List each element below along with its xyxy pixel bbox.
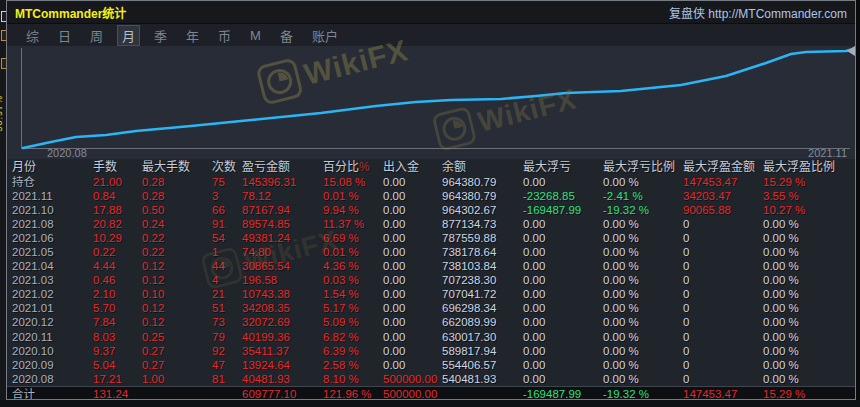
table-cell: 0.00 [523,330,603,344]
table-cell: 9.94 % [323,203,383,217]
table-row[interactable]: 2020.109.370.279235411.376.39 %0.0058981… [7,344,855,358]
column-header[interactable]: 最大浮盈比例 [763,159,855,175]
table-row[interactable]: 2021.0610.290.225449381.246.69 %0.007875… [7,231,855,245]
table-cell: 0.25 [142,330,212,344]
table-cell: 8.03 [93,330,142,344]
x-axis-label-end: 2021.11 [808,147,847,159]
table-cell: 15.08 % [323,175,383,189]
menu-item-note[interactable]: 备 [275,25,298,46]
table-cell: 0.22 [142,245,212,259]
table-cell: 持仓 [12,175,93,189]
table-cell: 91 [212,217,242,231]
x-axis-label-start: 2020.08 [47,147,87,159]
table-cell: -19.32 % [603,203,683,217]
table-row[interactable]: 2020.0817.211.008140481.938.10 %500000.0… [7,372,855,386]
table-cell: 90065.88 [683,203,763,217]
table-cell: 0.00 [383,259,442,273]
table-cell: 0.27 [142,344,212,358]
table-row[interactable]: 2020.095.040.274713924.642.58 %0.0055440… [7,358,855,372]
column-header[interactable]: 百分比% [323,159,383,175]
menu-item-day[interactable]: 日 [53,25,76,46]
table-cell: 79 [212,330,242,344]
table-cell: 0.00 [523,372,603,386]
table-cell: 0.00 % [763,301,855,315]
table-cell: 30865.54 [242,259,323,273]
column-header[interactable]: 最大浮亏比例 [603,159,683,175]
table-cell: 0.00 [383,273,442,287]
menu-item-month[interactable]: 月 [117,25,140,46]
table-row[interactable]: 2020.127.840.127332072.695.09 %0.0066208… [7,315,855,329]
menu-item-summary[interactable]: 综 [21,25,44,46]
brand-link[interactable]: 复盘侠 http://MTCommander.com [669,4,847,21]
table-cell: 1 [212,245,242,259]
table-row[interactable]: 2021.015.700.125134208.355.17 %0.0069629… [7,301,855,315]
table-cell: -23268.85 [523,189,603,203]
table-cell: 0.00 % [763,245,855,259]
table-cell: 21.00 [93,175,142,189]
menu-item-year[interactable]: 年 [181,25,204,46]
menu-item-quarter[interactable]: 季 [149,25,172,46]
table-cell: 964380.79 [442,175,523,189]
table-cell: 787559.88 [442,231,523,245]
table-cell: 0.00 [523,231,603,245]
table-total-row[interactable]: 合计131.24609777.10121.96 %500000.00-16948… [7,386,855,400]
column-header[interactable]: 最大浮亏 [523,159,603,175]
column-header[interactable]: 最大浮盈金额 [683,159,763,175]
menu-item-magic[interactable]: M [245,27,266,44]
column-header[interactable]: 出入金 [383,159,442,175]
menu-item-account[interactable]: 账户 [307,25,343,46]
column-header[interactable]: 盈亏金额 [242,159,323,175]
table-cell: 5.17 % [323,301,383,315]
column-header[interactable]: 次数 [212,159,242,175]
table-cell: 2020.09 [12,358,93,372]
table-cell: 2021.03 [12,273,93,287]
scroll-left-arrow-icon[interactable] [847,46,855,56]
table-row[interactable]: 2021.050.220.22174.800.01 %0.00738178.64… [7,245,855,259]
table-cell: 0.00 % [603,330,683,344]
column-header[interactable]: 最大手数 [142,159,212,175]
table-cell: 0.00 % [603,217,683,231]
table-cell: 7.84 [93,315,142,329]
chart-pane[interactable]: 2020.08 2021.11 [7,46,855,159]
table-cell: 707238.30 [442,273,523,287]
table-cell: 0.00 [523,175,603,189]
table-cell: 1.00 [142,372,212,386]
table-cell: 0 [683,301,763,315]
table-row[interactable]: 2021.110.840.28378.120.01 %0.00964380.79… [7,189,855,203]
table-cell: 0.00 % [763,344,855,358]
table-cell: 0.28 [142,175,212,189]
table-cell: 81 [212,372,242,386]
table-cell: 609777.10 [242,387,323,400]
table-row[interactable]: 2020.118.030.257940199.366.82 %0.0063001… [7,330,855,344]
table-cell: 0.84 [93,189,142,203]
table-cell: 0.00 % [763,231,855,245]
title-bar[interactable]: MTCommander统计 复盘侠 http://MTCommander.com [7,1,855,24]
column-header[interactable]: 手数 [93,159,142,175]
table-row[interactable]: 2021.1017.880.506687167.949.94 %0.009643… [7,203,855,217]
table-body: 持仓21.000.2875145396.3115.08 %0.00964380.… [7,175,855,400]
table-cell: 17.21 [93,372,142,386]
table-row[interactable]: 持仓21.000.2875145396.3115.08 %0.00964380.… [7,175,855,189]
table-cell: 2021.08 [12,217,93,231]
table-cell: 554406.57 [442,358,523,372]
table-cell: 145396.31 [242,175,323,189]
table-row[interactable]: 2021.0820.820.249189574.8511.37 %0.00877… [7,217,855,231]
table-cell: 13924.64 [242,358,323,372]
table-row[interactable]: 2021.044.440.124430865.544.36 %0.0073810… [7,259,855,273]
table-cell: 2021.04 [12,259,93,273]
table-row[interactable]: 2021.030.460.124196.580.03 %0.00707238.3… [7,273,855,287]
table-cell: 0.01 % [323,189,383,203]
table-cell: 40199.36 [242,330,323,344]
table-cell: 0.00 % [763,273,855,287]
table-cell: 73 [212,315,242,329]
table-cell: 0.00 % [763,315,855,329]
column-header[interactable]: 余额 [442,159,523,175]
table-cell: 0.00 [383,330,442,344]
menu-item-currency[interactable]: 币 [213,25,236,46]
menu-item-week[interactable]: 周 [85,25,108,46]
column-header[interactable]: 月份 [12,159,93,175]
table-row[interactable]: 2021.022.100.102110743.381.54 %0.0070704… [7,287,855,301]
table-cell: 0.00 % [603,301,683,315]
table-cell: 0.00 % [603,259,683,273]
table-cell: 0.24 [142,217,212,231]
